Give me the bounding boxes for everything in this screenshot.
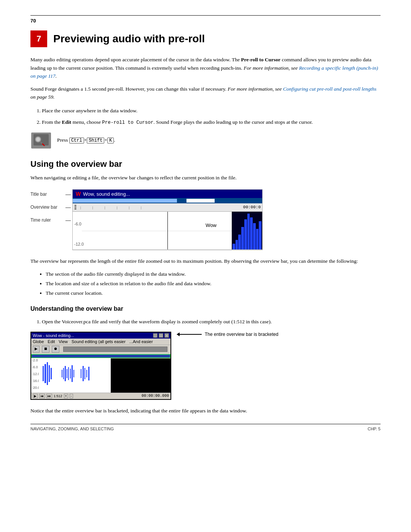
cut-preroll-link[interactable]: Configuring cut pre-roll and post-roll l… bbox=[283, 86, 377, 92]
svg-rect-13 bbox=[63, 368, 64, 379]
waveform-label-neg12: -12.0 bbox=[74, 242, 84, 246]
kbd-label: Press Ctrl+Shift+K. bbox=[57, 137, 115, 144]
overview-bullets: The section of the audio file currently … bbox=[46, 270, 381, 298]
time-ruler-label: Time ruler bbox=[30, 217, 69, 223]
sw-menubar: Globe Edit View Sound editing (all gets … bbox=[31, 339, 170, 345]
mini-waveform-svg bbox=[39, 358, 115, 389]
chapter-title: Previewing audio with pre-roll bbox=[53, 33, 205, 45]
key-k: K bbox=[107, 137, 114, 144]
menu-globe: Globe bbox=[33, 339, 44, 344]
annotation-arrow: The entire overview bar is bracketed bbox=[179, 332, 381, 337]
svg-rect-21 bbox=[83, 366, 84, 381]
understanding-step-1: Open the Voiceover.pca file and verify t… bbox=[42, 318, 381, 326]
step-2: From the Edit menu, choose Pre-roll to C… bbox=[42, 118, 381, 126]
sw-toolbar: ▶ ⏹ ⏺ bbox=[31, 345, 170, 354]
bar-7 bbox=[250, 217, 253, 249]
bar-4 bbox=[241, 227, 244, 249]
sw-waveform: -2.0 -6.0 -12.0 -16.0 -20.0 bbox=[31, 358, 170, 393]
svg-rect-22 bbox=[84, 368, 85, 379]
keyboard-shortcut-icon bbox=[30, 132, 52, 149]
svg-rect-12 bbox=[62, 370, 62, 377]
overview-desc: The overview bar represents the length o… bbox=[30, 257, 381, 265]
diagram-app-icon: W bbox=[76, 191, 81, 197]
diagram-waveform: -6.0 -12.0 Wow bbox=[73, 212, 262, 250]
position-bar bbox=[63, 347, 167, 352]
toolbar-btn-1: ▶ bbox=[33, 346, 40, 353]
waveform-bars bbox=[232, 212, 262, 249]
sw-statusbar: ▶ ⏮ ⏭ 1:512 + - 00:00:00.000 bbox=[31, 393, 170, 399]
svg-rect-20 bbox=[81, 369, 81, 378]
svg-rect-14 bbox=[65, 366, 66, 381]
footer-right: CHP. 5 bbox=[368, 427, 381, 431]
svg-rect-17 bbox=[70, 369, 71, 379]
svg-rect-23 bbox=[86, 370, 87, 377]
sw-status-buttons: ▶ ⏮ ⏭ 1:512 + - bbox=[33, 394, 73, 398]
waveform-label-neg6: -6.0 bbox=[74, 222, 81, 226]
bullet-2: The location and size of a selection in … bbox=[46, 280, 381, 288]
bullet-1: The section of the audio file currently … bbox=[46, 270, 381, 279]
svg-rect-16 bbox=[68, 367, 69, 380]
punch-in-link[interactable]: Recording a specific length (punch-in) o… bbox=[30, 65, 378, 79]
svg-rect-8 bbox=[45, 364, 46, 383]
overview-highlight bbox=[73, 199, 177, 203]
menu-edit: Edit bbox=[48, 339, 55, 344]
understanding-heading: Understanding the overview bar bbox=[30, 305, 381, 312]
bar-5 bbox=[244, 219, 247, 249]
bar-3 bbox=[238, 235, 241, 250]
preroll-steps: Place the cursor anywhere in the data wi… bbox=[42, 107, 381, 126]
toolbar-btn-3: ⏺ bbox=[52, 346, 59, 353]
diagram-window: W Wow, sound editing... 𝕀 | | | | | | bbox=[72, 189, 263, 250]
arrow-line bbox=[179, 334, 202, 335]
page-number: 70 bbox=[30, 18, 36, 24]
bullet-3: The current cursor location. bbox=[46, 289, 381, 298]
svg-rect-10 bbox=[49, 365, 50, 382]
overview-selection bbox=[186, 199, 215, 203]
svg-rect-15 bbox=[67, 369, 67, 378]
menu-easier: ...And easier bbox=[129, 339, 153, 344]
bar-6 bbox=[247, 214, 250, 249]
sw-waveform-right bbox=[111, 358, 170, 393]
sw-close: × bbox=[164, 333, 169, 338]
sw-maximize: □ bbox=[159, 333, 163, 338]
screenshot-box: Wow - sound editing... _ □ × Globe Edit … bbox=[30, 332, 381, 400]
bar-1 bbox=[233, 244, 235, 249]
svg-point-3 bbox=[36, 137, 40, 141]
preroll-para2: Sound Forge designates a 1.5 second pre-… bbox=[30, 85, 381, 101]
diagram-title: Wow, sound editing... bbox=[83, 191, 130, 197]
bar-10 bbox=[259, 221, 261, 249]
bar-8 bbox=[253, 223, 256, 249]
sw-btn-zoom1: + bbox=[64, 394, 68, 398]
svg-rect-11 bbox=[51, 368, 52, 379]
sw-titlebar: Wow - sound editing... _ □ × bbox=[31, 332, 170, 339]
understanding-steps: Open the Voiceover.pca file and verify t… bbox=[42, 318, 381, 326]
svg-rect-6 bbox=[39, 358, 115, 389]
screenshot-window: Wow - sound editing... _ □ × Globe Edit … bbox=[30, 332, 171, 400]
footer-left: NAVIGATING, ZOOMING, AND SELECTING bbox=[30, 427, 114, 431]
diagram-overviewbar bbox=[73, 198, 262, 203]
sw-btn-play: ▶ bbox=[33, 394, 38, 398]
annotation-text: The entire overview bar is bracketed bbox=[205, 332, 278, 337]
sw-overviewbar bbox=[31, 354, 170, 358]
conclusion-text: Notice that the entire overview bar is b… bbox=[30, 407, 381, 415]
diagram-labels: Title bar Overview bar Time ruler bbox=[30, 189, 72, 250]
toolbar-btn-2: ⏹ bbox=[42, 346, 49, 353]
svg-rect-9 bbox=[47, 362, 48, 385]
svg-rect-19 bbox=[73, 370, 74, 377]
menu-long: Sound editing (all gets easier bbox=[72, 339, 126, 344]
sw-minimize: _ bbox=[153, 333, 158, 338]
sw-time-readout: 00:00:00.000 bbox=[142, 394, 169, 398]
bar-2 bbox=[236, 240, 238, 249]
key-shift: Shift bbox=[87, 137, 104, 144]
screenshot-annotation: The entire overview bar is bracketed bbox=[179, 332, 381, 340]
chapter-header: 7 Previewing audio with pre-roll bbox=[30, 30, 381, 47]
preroll-para1: Many audio editing operations depend upo… bbox=[30, 56, 381, 80]
time-display: 00:00:0 bbox=[243, 205, 261, 209]
keyboard-shortcut-box: Press Ctrl+Shift+K. bbox=[30, 132, 381, 149]
sw-title: Wow - sound editing... bbox=[33, 333, 74, 338]
svg-rect-24 bbox=[88, 367, 89, 380]
svg-rect-18 bbox=[72, 365, 73, 382]
sw-btn-back: ⏮ bbox=[39, 394, 45, 398]
menu-view: View bbox=[59, 339, 68, 344]
overview-bar-label: Overview bar bbox=[30, 204, 69, 210]
diagram-timeruler: 𝕀 | | | | | | 00:00:0 bbox=[73, 203, 262, 212]
